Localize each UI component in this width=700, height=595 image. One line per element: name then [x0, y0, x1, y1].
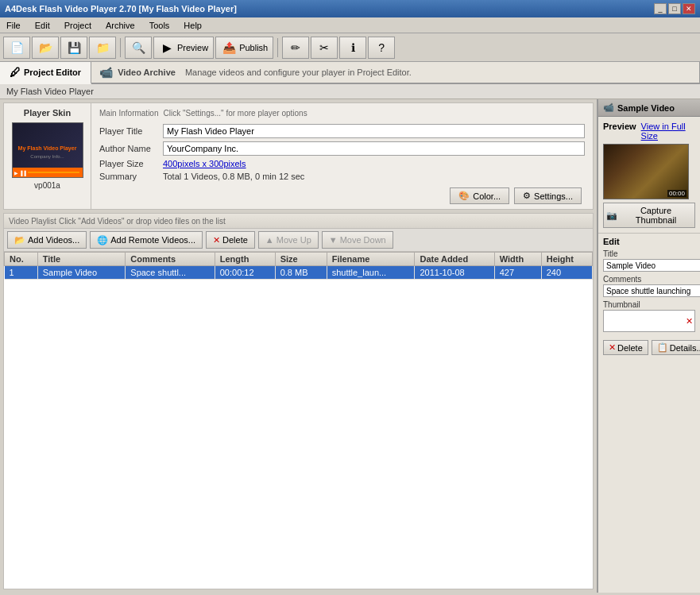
delete-button[interactable]: ✕ Delete — [603, 340, 648, 355]
player-title-input[interactable] — [163, 124, 585, 138]
gear-icon: ⚙ — [523, 191, 531, 201]
title-edit-row: ✔ — [603, 259, 695, 272]
open-icon: 📂 — [37, 40, 53, 56]
find-button[interactable]: 🔍 — [125, 37, 152, 59]
left-panel: Player Skin My Flash Video Player Compan… — [0, 99, 597, 593]
edit-section: Edit Title ✔ Comments ✔ Thumbnail ✕ — [598, 233, 700, 337]
move-up-label: Move Up — [277, 235, 311, 245]
move-down-button[interactable]: ▼ Move Down — [322, 231, 393, 249]
toolbar-separator-2 — [277, 38, 278, 57]
project-icon: 🖊 — [10, 66, 21, 79]
preview-icon: ▶ — [159, 40, 175, 56]
author-name-row: Author Name — [99, 141, 585, 156]
move-up-button[interactable]: ▲ Move Up — [258, 231, 319, 249]
summary-row: Summary Total 1 Videos, 0.8 MB, 0 min 12… — [99, 172, 585, 181]
skin-control-bar: ▶ ▐▐ — [13, 168, 83, 177]
close-button[interactable]: ✕ — [683, 3, 695, 14]
edit-title: Edit — [603, 237, 695, 246]
author-name-input[interactable] — [163, 141, 585, 156]
cut-button[interactable]: ✂ — [311, 37, 338, 59]
player-skin-preview: My Flash Video Player Company Info... ▶ … — [12, 122, 83, 178]
main-info-title: Main Information Click "Settings..." for… — [99, 108, 585, 118]
new-icon: 📄 — [9, 40, 25, 56]
playlist-table: No. Title Comments Length Size Filename … — [4, 252, 593, 589]
menu-edit[interactable]: Edit — [32, 20, 53, 31]
preview-time: 00:00 — [667, 190, 686, 197]
info-button[interactable]: ℹ — [339, 37, 366, 59]
col-filename: Filename — [327, 253, 415, 266]
add-videos-icon: 📂 — [14, 235, 25, 245]
camera-icon: 📷 — [606, 211, 617, 221]
player-size-link[interactable]: 400pixels x 300pixels — [163, 159, 246, 168]
playlist-label: Video Playlist — [9, 217, 56, 226]
view-full-size-link[interactable]: View in Full Size — [641, 122, 695, 141]
edit-button[interactable]: ✏ — [282, 37, 309, 59]
add-videos-label: Add Videos... — [28, 235, 79, 245]
color-button[interactable]: 🎨 Color... — [450, 187, 509, 204]
table-header-row: No. Title Comments Length Size Filename … — [5, 253, 593, 266]
player-skin-label: Player Skin — [24, 108, 71, 118]
menu-file[interactable]: File — [3, 20, 24, 31]
playlist-toolbar: 📂 Add Videos... 🌐 Add Remote Videos... ✕… — [4, 229, 593, 252]
color-label: Color... — [473, 191, 501, 201]
cell-no: 1 — [5, 266, 38, 280]
tab-project-editor[interactable]: 🖊 Project Editor — [0, 62, 91, 84]
publish-button[interactable]: 📤 Publish — [215, 37, 273, 59]
preview-label: Preview — [177, 43, 208, 52]
settings-button[interactable]: ⚙ Settings... — [514, 187, 582, 204]
minimize-button[interactable]: _ — [654, 3, 667, 14]
cell-length: 00:00:12 — [215, 266, 275, 280]
summary-label: Summary — [99, 172, 163, 181]
tab-project-label: Project Editor — [24, 68, 81, 77]
move-up-icon: ▲ — [265, 235, 274, 245]
col-title: Title — [37, 253, 126, 266]
title-field-label: Title — [603, 249, 695, 258]
cell-title: Sample Video — [37, 266, 126, 280]
window-controls: _ □ ✕ — [654, 3, 695, 14]
breadcrumb-text: My Flash Video Player — [6, 87, 94, 96]
player-info-section: Player Skin My Flash Video Player Compan… — [3, 102, 594, 210]
menu-archive[interactable]: Archive — [102, 20, 138, 31]
maximize-button[interactable]: □ — [668, 3, 681, 14]
save-button[interactable]: 💾 — [60, 37, 87, 59]
new-button[interactable]: 📄 — [3, 37, 30, 59]
capture-thumbnail-button[interactable]: 📷 Capture Thumbnail — [603, 203, 695, 228]
tab-bar: 🖊 Project Editor 📹 Video Archive Manage … — [0, 62, 700, 84]
menu-tools[interactable]: Tools — [146, 20, 173, 31]
main-layout: Player Skin My Flash Video Player Compan… — [0, 99, 700, 593]
details-icon: 📋 — [657, 342, 668, 353]
menu-project[interactable]: Project — [61, 20, 95, 31]
preview-button[interactable]: ▶ Preview — [153, 37, 214, 59]
table-row[interactable]: 1 Sample Video Space shuttl... 00:00:12 … — [5, 266, 593, 280]
preview-links: Preview View in Full Size — [603, 122, 695, 141]
title-edit-input[interactable] — [603, 259, 700, 272]
preview-section: Preview View in Full Size 00:00 📷 Captur… — [598, 117, 700, 233]
add-remote-videos-button[interactable]: 🌐 Add Remote Videos... — [90, 231, 203, 249]
folder-button[interactable]: 📁 — [89, 37, 116, 59]
cell-size: 0.8 MB — [275, 266, 327, 280]
help-button[interactable]: ? — [368, 37, 395, 59]
col-no: No. — [5, 253, 38, 266]
player-size-label: Player Size — [99, 159, 163, 168]
col-size: Size — [275, 253, 327, 266]
delete-icon: ✕ — [609, 342, 616, 353]
comments-edit-input[interactable] — [603, 284, 700, 297]
cell-width: 427 — [494, 266, 541, 280]
archive-icon: 📹 — [99, 66, 113, 79]
playlist-section: Video Playlist Click "Add Videos" or dro… — [3, 213, 594, 589]
delete-video-button[interactable]: ✕ Delete — [206, 231, 255, 249]
comments-field-label: Comments — [603, 275, 695, 284]
details-button[interactable]: 📋 Details... — [652, 340, 700, 355]
toolbar-separator-1 — [120, 38, 121, 57]
cell-comments: Space shuttl... — [126, 266, 215, 280]
add-videos-button[interactable]: 📂 Add Videos... — [7, 231, 87, 249]
tab-video-archive[interactable]: 📹 Video Archive Manage videos and config… — [91, 62, 700, 83]
main-info-subtitle: Click "Settings..." for more player opti… — [164, 109, 307, 118]
open-button[interactable]: 📂 — [32, 37, 59, 59]
delete-label: Delete — [222, 235, 248, 245]
thumbnail-clear-icon[interactable]: ✕ — [686, 316, 693, 326]
player-action-buttons: 🎨 Color... ⚙ Settings... — [99, 187, 585, 204]
right-panel: 📹 Sample Video Preview View in Full Size… — [597, 99, 700, 593]
video-table: No. Title Comments Length Size Filename … — [4, 252, 593, 280]
menu-help[interactable]: Help — [180, 20, 205, 31]
